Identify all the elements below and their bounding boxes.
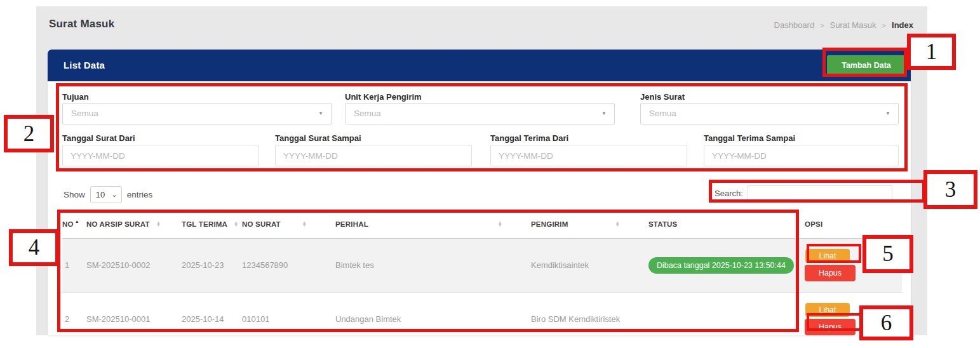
entries-count-select[interactable]: 10 ⌄	[90, 186, 122, 203]
column-header-status[interactable]: STATUS	[648, 211, 805, 238]
tujuan-select-value: Semua	[71, 109, 98, 118]
hapus-button[interactable]: Hapus	[805, 319, 856, 335]
entries-label: entries	[127, 190, 153, 199]
lihat-button[interactable]: Lihat	[805, 249, 850, 263]
sort-icon: ▲▼	[615, 222, 620, 227]
tanggal-terima-dari-input[interactable]	[490, 145, 687, 166]
tambah-data-button[interactable]: Tambah Data	[827, 55, 906, 75]
show-label: Show	[64, 190, 85, 199]
tanggal-terima-sampai-input[interactable]	[704, 145, 899, 166]
column-header-opsi: OPSI	[805, 211, 902, 238]
cell-status: Dibaca tanggal 2025-10-23 13:50:44	[648, 238, 805, 292]
table-length-control: Show 10 ⌄ entries	[64, 186, 152, 203]
breadcrumb-surat-masuk[interactable]: Surat Masuk	[830, 20, 876, 30]
card-title: List Data	[64, 60, 105, 70]
cell-no-arsip-surat: SM-202510-0002	[86, 238, 182, 292]
cell-perihal: Undangan Bimtek	[335, 292, 531, 335]
table-row: 1 SM-202510-0002 2025-10-23 1234567890 B…	[62, 238, 902, 292]
sort-asc-icon: ▲	[75, 219, 79, 224]
breadcrumb: Dashboard > Surat Masuk > Index	[774, 20, 913, 30]
search-label: Search:	[715, 189, 743, 198]
breadcrumb-dashboard[interactable]: Dashboard	[774, 20, 815, 30]
cell-no: 1	[62, 238, 86, 292]
breadcrumb-separator: >	[882, 22, 886, 29]
column-header-tgl-terima[interactable]: TGL TERIMA▲▼	[182, 211, 242, 238]
table-header-row: NO▲ NO ARSIP SURAT▲▼ TGL TERIMA▲▼ NO SUR…	[62, 211, 902, 238]
column-header-no[interactable]: NO▲	[62, 211, 86, 238]
cell-no: 2	[62, 292, 86, 335]
filter-label-tanggal-surat-dari: Tanggal Surat Dari	[62, 133, 135, 143]
cell-tgl-terima: 2025-10-14	[182, 292, 242, 335]
column-header-no-arsip-surat[interactable]: NO ARSIP SURAT▲▼	[86, 211, 182, 238]
jenis-surat-select[interactable]: Semua ▼	[640, 103, 899, 124]
cell-status	[648, 292, 805, 335]
table-search-control: Search:	[715, 185, 892, 201]
cell-perihal: Bimtek tes	[335, 238, 531, 292]
page-title: Surat Masuk	[49, 18, 114, 30]
filter-label-tujuan: Tujuan	[62, 92, 89, 102]
search-input[interactable]	[748, 185, 892, 201]
chevron-down-icon: ▼	[601, 104, 607, 124]
data-table-wrapper: NO▲ NO ARSIP SURAT▲▼ TGL TERIMA▲▼ NO SUR…	[62, 211, 902, 335]
filter-label-jenis-surat: Jenis Surat	[640, 92, 685, 102]
column-header-perihal[interactable]: PERIHAL▲▼	[335, 211, 531, 238]
hapus-button[interactable]: Hapus	[805, 265, 856, 281]
filter-label-unit-kerja-pengirim: Unit Kerja Pengirim	[345, 92, 422, 102]
tujuan-select[interactable]: Semua ▼	[62, 103, 332, 124]
sort-icon: ▲▼	[497, 222, 502, 227]
column-header-pengirim[interactable]: PENGIRIM▲▼	[531, 211, 648, 238]
sort-icon: ▲▼	[156, 222, 161, 227]
tanggal-surat-dari-input[interactable]	[62, 145, 259, 166]
app-background: Surat Masuk Dashboard > Surat Masuk > In…	[36, 6, 927, 335]
tanggal-surat-sampai-input[interactable]	[275, 145, 472, 166]
chevron-down-icon: ⌄	[112, 187, 117, 202]
cell-no-surat: 1234567890	[242, 238, 335, 292]
entries-count-value: 10	[96, 190, 105, 199]
lihat-button[interactable]: Lihat	[805, 303, 850, 317]
table-row: 2 SM-202510-0001 2025-10-14 010101 Undan…	[62, 292, 902, 335]
cell-no-arsip-surat: SM-202510-0001	[86, 292, 182, 335]
cell-no-surat: 010101	[242, 292, 335, 335]
filter-label-tanggal-terima-dari: Tanggal Terima Dari	[490, 133, 568, 143]
card-header: List Data Tambah Data	[48, 50, 911, 81]
chevron-down-icon: ▼	[885, 104, 890, 124]
chevron-down-icon: ▼	[318, 104, 323, 124]
column-header-no-surat[interactable]: NO SURAT▲▼	[242, 211, 335, 238]
cell-pengirim: Biro SDM Kemdiktiristek	[531, 292, 648, 335]
unit-kerja-pengirim-select[interactable]: Semua ▼	[345, 103, 615, 124]
filter-label-tanggal-terima-sampai: Tanggal Terima Sampai	[704, 133, 795, 143]
jenis-surat-select-value: Semua	[649, 109, 676, 118]
cell-pengirim: Kemdiktisaintek	[531, 238, 648, 292]
sort-icon: ▲▼	[234, 222, 239, 227]
cell-opsi: Lihat Hapus	[805, 292, 902, 335]
breadcrumb-index: Index	[892, 20, 913, 30]
sort-icon: ▲▼	[302, 222, 307, 227]
data-table: NO▲ NO ARSIP SURAT▲▼ TGL TERIMA▲▼ NO SUR…	[62, 211, 902, 335]
unit-kerja-pengirim-select-value: Semua	[354, 109, 381, 118]
cell-opsi: Lihat Hapus	[805, 238, 902, 292]
annotation-label-3: 3	[923, 170, 977, 209]
status-badge: Dibaca tanggal 2025-10-23 13:50:44	[648, 257, 794, 274]
cell-tgl-terima: 2025-10-23	[182, 238, 242, 292]
list-data-card: List Data Tambah Data Tujuan Semua ▼ Uni…	[48, 50, 911, 335]
breadcrumb-separator: >	[820, 22, 824, 29]
filter-label-tanggal-surat-sampai: Tanggal Surat Sampai	[275, 133, 361, 143]
